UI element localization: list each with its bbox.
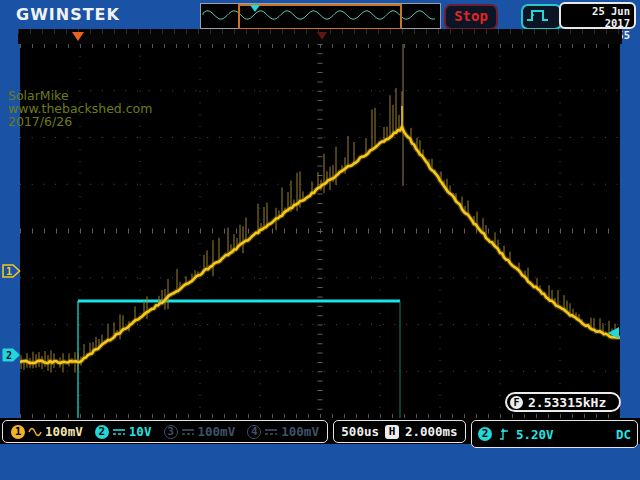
- ch4-badge: 4: [247, 425, 261, 439]
- acquisition-preview-bar: [200, 3, 441, 29]
- ch2-marker-label: 2: [6, 350, 12, 361]
- trigger-source-badge: 2: [478, 427, 492, 441]
- trigger-position-marker-icon[interactable]: [72, 32, 84, 41]
- ch1-marker-label: 1: [6, 266, 12, 277]
- trigger-settings-box: 2 5.20V DC: [471, 420, 638, 448]
- dc-coupling-icon: [112, 426, 126, 438]
- datetime-display: 25 Jun 2017 23:59:55: [559, 2, 636, 29]
- preview-window-region: [238, 4, 402, 30]
- ch2-settings: 2 10V: [95, 424, 152, 439]
- ch1-scale: 100mV: [45, 424, 83, 439]
- trigger-frequency-readout: F 2.53315kHz: [505, 392, 621, 412]
- main-timebase: 2.000ms: [405, 424, 458, 439]
- ch1-position-marker-icon[interactable]: 1: [2, 264, 21, 278]
- channel-settings-box: 1 100mV 2 10V 3 100mV: [2, 420, 328, 443]
- horizontal-position-ruler: [18, 29, 622, 44]
- ch4-settings: 4 100mV: [247, 424, 319, 439]
- ch2-badge: 2: [95, 425, 109, 439]
- trigger-level-value: 5.20V: [516, 427, 554, 442]
- ch3-badge: 3: [164, 425, 178, 439]
- trigger-coupling: DC: [616, 427, 631, 442]
- horizontal-icon: H: [385, 425, 399, 439]
- preview-trigger-marker-icon: [250, 5, 260, 12]
- ch2-scale: 10V: [129, 424, 152, 439]
- date-text: 25 Jun 2017: [561, 5, 630, 29]
- rising-edge-icon: [498, 427, 510, 441]
- timebase-box: 500us H 2.000ms: [333, 420, 466, 443]
- ch3-scale: 100mV: [198, 424, 236, 439]
- run-stop-button[interactable]: Stop: [444, 4, 498, 30]
- ch4-scale: 100mV: [281, 424, 319, 439]
- zoom-window-timebase: 500us: [341, 424, 379, 439]
- oscilloscope-screen: GWINSTEK Stop 25 Jun 2017 23:59:55 Solar…: [0, 0, 640, 480]
- frequency-icon: F: [510, 396, 523, 409]
- ac-coupling-icon: [28, 426, 42, 438]
- status-bar: 1 100mV 2 10V 3 100mV: [0, 418, 640, 444]
- trigger-mode-button[interactable]: [521, 4, 562, 30]
- dc-coupling-icon: [264, 426, 278, 438]
- waveform-display: [20, 44, 620, 418]
- memory-center-marker-icon: [317, 32, 327, 40]
- ch1-settings: 1 100mV: [11, 424, 83, 439]
- ch2-position-marker-icon[interactable]: 2: [2, 348, 21, 362]
- frequency-value: 2.53315kHz: [528, 395, 606, 410]
- brand-logo: GWINSTEK: [16, 5, 120, 24]
- trigger-level-marker-icon[interactable]: [607, 326, 620, 340]
- ch1-badge: 1: [11, 425, 25, 439]
- ch3-settings: 3 100mV: [164, 424, 236, 439]
- pulse-icon: [523, 6, 556, 24]
- dc-coupling-icon: [181, 426, 195, 438]
